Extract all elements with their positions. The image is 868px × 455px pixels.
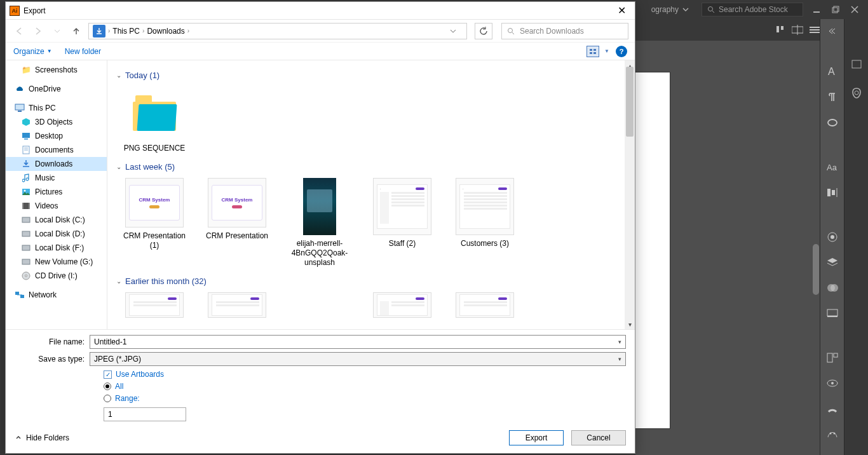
- organize-button[interactable]: Organize▼: [13, 47, 52, 56]
- expand-panel-icon[interactable]: [824, 24, 838, 38]
- tree-disk-c[interactable]: Local Disk (C:): [6, 213, 107, 227]
- pathfinder-panel-icon[interactable]: [825, 306, 839, 320]
- transparency-panel-icon[interactable]: [825, 281, 839, 295]
- content-scroll-thumb[interactable]: [626, 67, 634, 137]
- minimize-button[interactable]: [812, 5, 821, 14]
- export-button[interactable]: Export: [509, 430, 564, 445]
- chevron-down-icon[interactable]: ▼: [604, 48, 609, 54]
- svg-point-48: [24, 190, 26, 192]
- tree-desktop[interactable]: Desktop: [6, 129, 107, 143]
- nav-back-button[interactable]: [12, 24, 26, 38]
- file-item[interactable]: PNG SEQUENCE: [123, 86, 186, 153]
- chevron-right-icon[interactable]: ›: [108, 27, 110, 34]
- tree-network[interactable]: Network: [6, 288, 107, 302]
- symbols-panel-icon[interactable]: [825, 427, 839, 441]
- app-window-controls: [812, 5, 859, 14]
- tree-disk-g[interactable]: New Volume (G:): [6, 255, 107, 269]
- artboards-all-radio[interactable]: All: [104, 382, 626, 391]
- search-downloads-input[interactable]: Search Downloads: [501, 23, 628, 39]
- tree-disk-d[interactable]: Local Disk (D:): [6, 227, 107, 241]
- file-item[interactable]: [123, 292, 186, 318]
- refresh-button[interactable]: [475, 23, 492, 39]
- filename-input[interactable]: Untitled-1▾: [90, 335, 626, 349]
- view-mode-toggle[interactable]: ▼: [587, 46, 609, 57]
- hide-folders-toggle[interactable]: Hide Folders: [15, 433, 69, 442]
- align-top-icon[interactable]: [775, 25, 785, 35]
- artboard[interactable]: [635, 72, 670, 428]
- adobe-stock-search[interactable]: Search Adobe Stock: [702, 3, 803, 17]
- view-mode-icon[interactable]: [587, 46, 599, 57]
- tree-thispc[interactable]: This PC: [6, 101, 107, 115]
- file-item[interactable]: [370, 292, 434, 318]
- menu-icon[interactable]: [810, 26, 820, 34]
- chevron-down-icon[interactable]: ▾: [618, 339, 621, 345]
- tree-screenshots[interactable]: 📁Screenshots: [6, 63, 107, 77]
- tree-pictures[interactable]: Pictures: [6, 185, 107, 199]
- close-icon[interactable]: ✕: [613, 4, 631, 17]
- help-button[interactable]: ?: [616, 46, 627, 57]
- group-earlier[interactable]: ⌄Earlier this month (32): [116, 276, 626, 286]
- align-mid-icon[interactable]: [792, 25, 803, 35]
- file-item[interactable]: elijah-merrell-4BnGQQ2Qoak-unsplash: [288, 178, 351, 268]
- nav-forward-button[interactable]: [31, 24, 45, 38]
- tree-onedrive[interactable]: OneDrive: [6, 82, 107, 96]
- chevron-down-icon[interactable]: ▾: [618, 356, 621, 362]
- paragraph-panel-icon[interactable]: [825, 90, 839, 104]
- swatches-panel-icon[interactable]: [825, 402, 839, 416]
- file-list-area[interactable]: ⌄Today (1) PNG SEQUENCE ⌄Last week (5) C…: [107, 60, 635, 329]
- character-panel-icon[interactable]: A: [825, 65, 839, 79]
- maximize-button[interactable]: [831, 5, 840, 14]
- address-bar[interactable]: › This PC › Downloads ›: [88, 23, 467, 39]
- tree-downloads[interactable]: Downloads: [6, 157, 107, 171]
- tree-documents[interactable]: Documents: [6, 143, 107, 157]
- disk-icon: [21, 229, 31, 239]
- glyphs-panel-icon[interactable]: Aa: [825, 160, 839, 174]
- chevron-right-icon[interactable]: ›: [187, 27, 189, 34]
- chevron-right-icon[interactable]: ›: [142, 27, 144, 34]
- tree-disk-f[interactable]: Local Disk (F:): [6, 241, 107, 255]
- file-item[interactable]: CRM System CRM Presentation: [205, 178, 269, 268]
- topbar-dropdown-label[interactable]: ography: [651, 5, 679, 14]
- nav-up-button[interactable]: [69, 24, 83, 38]
- dialog-titlebar[interactable]: Ai Export ✕: [6, 2, 635, 20]
- file-item[interactable]: [205, 292, 269, 318]
- cancel-button[interactable]: Cancel: [571, 430, 626, 445]
- tree-music[interactable]: Music: [6, 171, 107, 185]
- artboards-panel-icon[interactable]: [825, 351, 839, 365]
- chevron-down-icon[interactable]: [682, 6, 689, 13]
- address-dropdown-icon[interactable]: [450, 28, 463, 34]
- breadcrumb-thispc[interactable]: This PC: [112, 27, 140, 36]
- use-artboards-checkbox[interactable]: ✓Use Artboards: [104, 370, 626, 379]
- saveastype-dropdown[interactable]: JPEG (*.JPG)▾: [90, 352, 626, 366]
- svg-point-31: [833, 433, 835, 435]
- content-scrollbar[interactable]: ▴ ▾: [625, 60, 635, 329]
- breadcrumb-downloads[interactable]: Downloads: [147, 27, 184, 36]
- svg-rect-3: [832, 8, 837, 13]
- nav-recent-button[interactable]: [50, 24, 64, 38]
- group-today[interactable]: ⌄Today (1): [116, 71, 626, 80]
- canvas-scroll-thumb[interactable]: [813, 244, 819, 295]
- properties-panel-icon[interactable]: [850, 57, 864, 71]
- gradient-panel-icon[interactable]: [825, 230, 839, 244]
- group-lastweek[interactable]: ⌄Last week (5): [116, 162, 626, 172]
- close-button[interactable]: [850, 5, 859, 14]
- range-input[interactable]: 1: [104, 407, 186, 421]
- tree-3d-objects[interactable]: 3D Objects: [6, 115, 107, 129]
- canvas-scrollbar[interactable]: [811, 41, 820, 455]
- new-folder-button[interactable]: New folder: [65, 47, 101, 56]
- artboards-range-radio[interactable]: Range:: [104, 394, 626, 403]
- align-panel-icon[interactable]: [825, 186, 839, 200]
- folder-tree[interactable]: 📁Screenshots OneDrive This PC 3D Objects…: [6, 60, 107, 329]
- file-item[interactable]: [453, 292, 517, 318]
- file-item[interactable]: • Staff (2): [370, 178, 434, 268]
- opentype-panel-icon[interactable]: [825, 116, 839, 130]
- file-item[interactable]: • Customers (3): [453, 178, 517, 268]
- file-item[interactable]: CRM System CRM Presentation (1): [123, 178, 186, 268]
- tree-cd-drive[interactable]: CD Drive (I:): [6, 269, 107, 283]
- search-icon: [507, 27, 515, 35]
- cc-libraries-icon[interactable]: [850, 86, 864, 100]
- tree-videos[interactable]: Videos: [6, 199, 107, 213]
- scroll-down-icon[interactable]: ▾: [625, 319, 635, 329]
- layers-panel-icon[interactable]: [825, 255, 839, 269]
- appearance-panel-icon[interactable]: [825, 376, 839, 390]
